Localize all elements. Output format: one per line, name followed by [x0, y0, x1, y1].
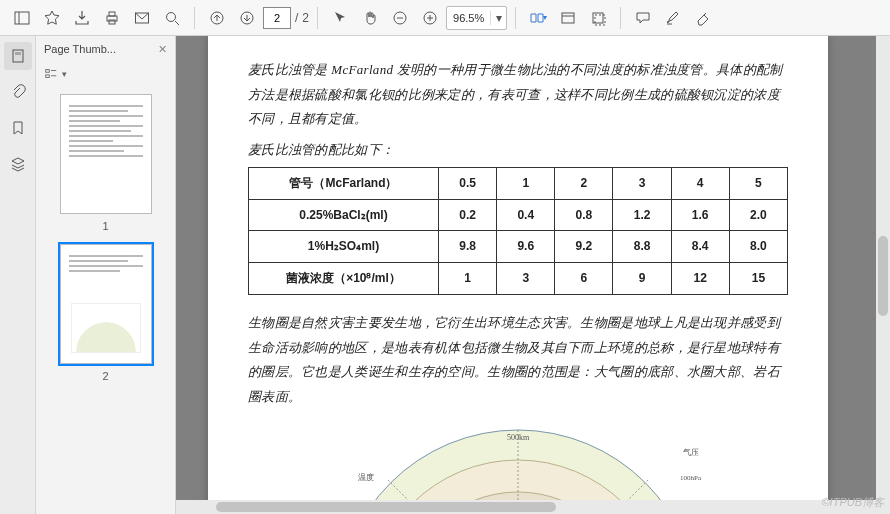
page-sep: / — [295, 11, 298, 25]
thumb-label: 1 — [102, 220, 108, 232]
chevron-down-icon[interactable]: ▾ — [490, 11, 506, 25]
svg-text:100hPa: 100hPa — [680, 474, 702, 482]
close-icon[interactable]: ✕ — [158, 43, 167, 56]
pointer-icon[interactable] — [326, 4, 354, 32]
zoom-combo[interactable]: 96.5% ▾ — [446, 6, 507, 30]
panel-header: Page Thumb... ✕ — [36, 36, 175, 62]
thumbnails-panel: Page Thumb... ✕ ▾ 1 2 — [36, 36, 176, 514]
table-caption: 麦氏比浊管的配比如下： — [248, 138, 788, 163]
svg-rect-24 — [46, 75, 50, 78]
zoom-out-icon[interactable] — [386, 4, 414, 32]
hand-icon[interactable] — [356, 4, 384, 32]
table-row: 1%H₂SO₄ml) 9.89.69.28.88.48.0 — [249, 231, 788, 263]
svg-point-6 — [167, 12, 176, 21]
chevron-down-icon: ▾ — [62, 69, 67, 79]
download-icon[interactable] — [68, 4, 96, 32]
toolbar: / 2 96.5% ▾ ▾ — [0, 0, 890, 36]
separator — [515, 7, 516, 29]
thumb-list: 1 2 — [36, 86, 175, 514]
page-input[interactable] — [263, 7, 291, 29]
bookmarks-tab-icon[interactable] — [4, 114, 32, 142]
svg-rect-3 — [109, 12, 115, 16]
paragraph: 生物圈是自然灾害主要发生地，它衍生出环境生态灾害。生物圈是地球上凡是出现并感受到… — [248, 311, 788, 410]
separator — [620, 7, 621, 29]
mail-icon[interactable] — [128, 4, 156, 32]
attachments-tab-icon[interactable] — [4, 78, 32, 106]
rotate-icon[interactable] — [584, 4, 612, 32]
zoom-in-icon[interactable] — [416, 4, 444, 32]
page-indicator: / 2 — [263, 7, 309, 29]
svg-rect-0 — [15, 12, 29, 24]
svg-text:温度: 温度 — [358, 473, 374, 482]
watermark: ©ITPUB博客 — [822, 495, 885, 510]
print-icon[interactable] — [98, 4, 126, 32]
thumb-page-2[interactable] — [60, 244, 152, 364]
sidebar-toggle-icon[interactable] — [8, 4, 36, 32]
panel-title: Page Thumb... — [44, 43, 116, 55]
scrollbar-horizontal[interactable] — [176, 500, 876, 514]
erase-icon[interactable] — [689, 4, 717, 32]
svg-text:气压: 气压 — [683, 448, 699, 457]
table-row: 菌液浓度（×10⁸/ml） 13691215 — [249, 263, 788, 295]
page: 麦氏比浊管是 McFarland 发明的一种用于微生物比浊的不同浊度的标准浊度管… — [208, 36, 828, 514]
thumb-label: 2 — [102, 370, 108, 382]
highlight-icon[interactable] — [659, 4, 687, 32]
table-row: 管号（McFarland） 0.512345 — [249, 167, 788, 199]
scrollbar-vertical[interactable] — [876, 36, 890, 514]
paragraph: 麦氏比浊管是 McFarland 发明的一种用于微生物比浊的不同浊度的标准浊度管… — [248, 58, 788, 132]
panel-options[interactable]: ▾ — [36, 62, 175, 86]
svg-rect-22 — [15, 52, 21, 55]
thumbnails-tab-icon[interactable] — [4, 42, 32, 70]
separator — [194, 7, 195, 29]
search-icon[interactable] — [158, 4, 186, 32]
prev-page-icon[interactable] — [203, 4, 231, 32]
fit-width-icon[interactable]: ▾ — [524, 4, 552, 32]
svg-text:500km: 500km — [507, 433, 530, 442]
zoom-value: 96.5% — [447, 12, 490, 24]
th: 管号（McFarland） — [249, 167, 439, 199]
side-rail — [0, 36, 36, 514]
table-row: 0.25%BaCl₂(ml) 0.20.40.81.21.62.0 — [249, 199, 788, 231]
svg-line-7 — [175, 21, 179, 25]
layers-tab-icon[interactable] — [4, 150, 32, 178]
svg-rect-15 — [562, 13, 574, 23]
document-view[interactable]: 麦氏比浊管是 McFarland 发明的一种用于微生物比浊的不同浊度的标准浊度管… — [176, 36, 890, 514]
thumb-page-1[interactable] — [60, 94, 152, 214]
comment-icon[interactable] — [629, 4, 657, 32]
reflow-icon[interactable] — [554, 4, 582, 32]
next-page-icon[interactable] — [233, 4, 261, 32]
star-icon[interactable] — [38, 4, 66, 32]
page-total: 2 — [302, 11, 309, 25]
svg-rect-23 — [46, 70, 50, 73]
body: Page Thumb... ✕ ▾ 1 2 麦氏比浊管是 McFarland 发… — [0, 36, 890, 514]
mcfarland-table: 管号（McFarland） 0.512345 0.25%BaCl₂(ml) 0.… — [248, 167, 788, 295]
svg-rect-21 — [13, 50, 23, 62]
separator — [317, 7, 318, 29]
svg-line-20 — [698, 13, 706, 21]
